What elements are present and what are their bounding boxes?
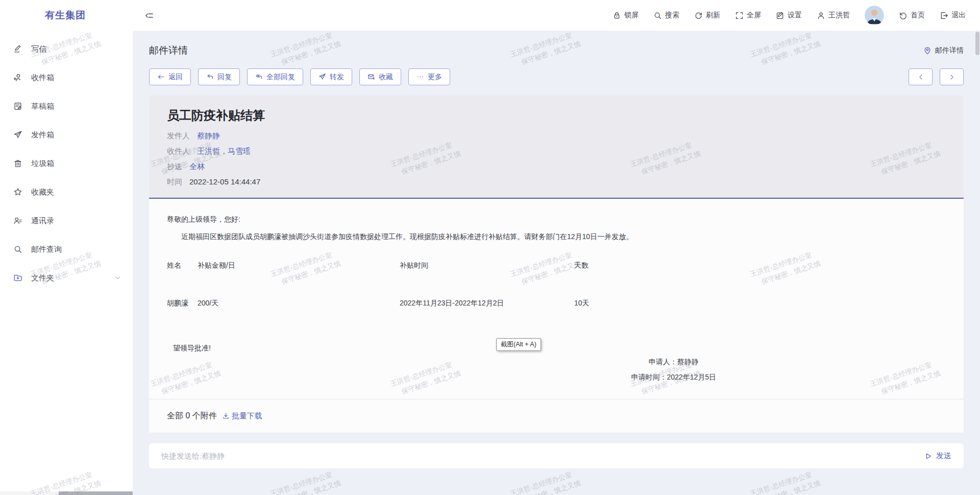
reply-all-button[interactable]: 全部回复 [247, 68, 303, 85]
search-button[interactable]: 搜索 [653, 11, 679, 20]
table-cell: 2022年11月23日-2022年12月2日 [400, 299, 574, 308]
signature-block: 申请人：蔡静静 申请时间：2022年12月5日 [631, 354, 716, 385]
batch-download-link[interactable]: 批量下载 [222, 411, 262, 421]
sidebar-item-sent[interactable]: 发件箱 [0, 121, 133, 149]
favorite-button[interactable]: 收藏 [359, 68, 401, 85]
sender-link[interactable]: 蔡静静 [197, 128, 220, 144]
quick-send-bar: 发送 [149, 443, 964, 468]
mail-from-row: 发件人 蔡静静 [167, 128, 946, 144]
lock-icon [612, 11, 621, 20]
back-button[interactable]: 返回 [149, 68, 191, 85]
sidebar-item-compose[interactable]: 写信 [0, 35, 133, 63]
mail-pager [909, 68, 964, 85]
main-content: 邮件详情 邮件详情 返回 回复 全部回复 转发 [133, 31, 980, 495]
mail-time-row: 时间 2022-12-05 14:44:47 [167, 174, 946, 190]
page-title: 邮件详情 [149, 44, 188, 57]
ellipsis-icon [416, 73, 424, 81]
forward-button[interactable]: 转发 [310, 68, 352, 85]
person-arrow-icon [13, 73, 22, 82]
sidebar-item-contacts[interactable]: 通讯录 [0, 206, 133, 235]
recipients-link[interactable]: 王洪哲，马雪瑶 [197, 144, 251, 159]
refresh-icon [694, 11, 703, 20]
chevron-left-icon [917, 74, 924, 81]
table-cell: 10天 [574, 299, 590, 308]
more-button[interactable]: 更多 [408, 68, 450, 85]
folder-plus-icon [13, 273, 22, 282]
edit-square-icon [776, 11, 785, 20]
fullscreen-icon [735, 11, 744, 20]
pencil-icon [13, 44, 22, 54]
prev-mail-button[interactable] [909, 68, 933, 85]
contacts-icon [13, 216, 22, 225]
send-triangle-icon [924, 452, 933, 460]
sidebar-horizontal-scrollbar[interactable] [0, 491, 133, 495]
top-actions: 锁屏 搜索 刷新 全屏 设置 王洪哲 [612, 6, 980, 25]
star-icon [13, 187, 22, 197]
reply-button[interactable]: 回复 [198, 68, 240, 85]
settings-button[interactable]: 设置 [776, 11, 802, 20]
sidebar-item-favorites[interactable]: 收藏夹 [0, 178, 133, 206]
closing-text: 望领导批准! [173, 344, 946, 353]
refresh-button[interactable]: 刷新 [694, 11, 720, 20]
search-icon [13, 245, 22, 254]
send-button[interactable]: 发送 [924, 451, 951, 461]
vertical-scrollbar[interactable] [975, 32, 979, 494]
person-icon [817, 11, 825, 20]
download-icon [222, 412, 230, 420]
envelope-star-icon [368, 73, 375, 81]
attachments-summary: 全部 0 个附件 [167, 411, 217, 421]
scrollbar-thumb[interactable] [59, 491, 133, 495]
table-cell: 胡鹏濠 [167, 299, 198, 308]
paper-plane-icon [13, 130, 22, 139]
sidebar-item-trash[interactable]: 垃圾箱 [0, 149, 133, 178]
logout-icon [940, 11, 948, 20]
sidebar-item-mail-search[interactable]: 邮件查询 [0, 235, 133, 264]
applicant-line: 申请人：蔡静静 [631, 354, 716, 369]
scrollbar-thumb[interactable] [975, 32, 979, 55]
collapse-sidebar-button[interactable] [144, 11, 154, 20]
reply-all-icon [255, 73, 263, 81]
sidebar-item-folders[interactable]: 文件夹 [0, 264, 133, 292]
mail-toolbar: 返回 回复 全部回复 转发 收藏 更多 [149, 68, 964, 85]
table-header-cell: 补贴金额/日 [198, 261, 400, 270]
next-mail-button[interactable] [940, 68, 964, 85]
home-button[interactable]: 首页 [899, 11, 925, 20]
quick-send-input[interactable] [161, 452, 924, 460]
undo-arrow-icon [899, 11, 908, 20]
mail-time: 2022-12-05 14:44:47 [189, 174, 260, 190]
lock-screen-button[interactable]: 锁屏 [612, 11, 639, 20]
mail-to-row: 收件人 王洪哲，马雪瑶 [167, 144, 946, 159]
location-pin-icon [923, 46, 932, 55]
cc-link[interactable]: 全林 [189, 159, 205, 174]
reply-icon [206, 73, 214, 81]
sidebar: 写信 收件箱 草稿箱 发件箱 垃圾箱 收藏夹 [0, 31, 133, 495]
sidebar-item-inbox[interactable]: 收件箱 [0, 63, 133, 92]
breadcrumb: 邮件详情 [923, 46, 964, 55]
mail-detail-card: 员工防疫补贴结算 发件人 蔡静静 收件人 王洪哲，马雪瑶 抄送 全林 时间 20… [149, 96, 964, 433]
current-user-button[interactable]: 王洪哲 [817, 11, 850, 20]
table-cell: 200/天 [198, 299, 400, 308]
table-header-cell: 天数 [574, 261, 589, 270]
chevron-down-icon [114, 274, 121, 281]
sidebar-item-drafts[interactable]: 草稿箱 [0, 92, 133, 121]
attachments-bar: 全部 0 个附件 批量下载 [149, 399, 964, 433]
trash-icon [13, 159, 22, 168]
screenshot-tooltip: 截图(Alt + A) [496, 338, 541, 351]
apply-time-line: 申请时间：2022年12月5日 [631, 369, 716, 385]
table-header-row: 姓名 补贴金额/日 补贴时间 天数 [167, 261, 946, 270]
menu-fold-icon [144, 11, 154, 20]
mail-cc-row: 抄送 全林 [167, 159, 946, 174]
mail-header: 员工防疫补贴结算 发件人 蔡静静 收件人 王洪哲，马雪瑶 抄送 全林 时间 20… [149, 96, 964, 198]
table-header-cell: 姓名 [167, 261, 198, 270]
search-icon [653, 11, 662, 20]
paper-plane-icon [318, 73, 326, 81]
table-row: 胡鹏濠 200/天 2022年11月23日-2022年12月2日 10天 [167, 299, 946, 308]
mail-subject: 员工防疫补贴结算 [167, 108, 946, 123]
chevron-right-icon [948, 74, 955, 81]
user-avatar[interactable] [865, 6, 884, 25]
brand-logo: 有生集团 [0, 9, 133, 22]
draft-icon [13, 102, 22, 111]
fullscreen-button[interactable]: 全屏 [735, 11, 761, 20]
table-header-cell: 补贴时间 [400, 261, 574, 270]
logout-button[interactable]: 退出 [940, 11, 966, 20]
